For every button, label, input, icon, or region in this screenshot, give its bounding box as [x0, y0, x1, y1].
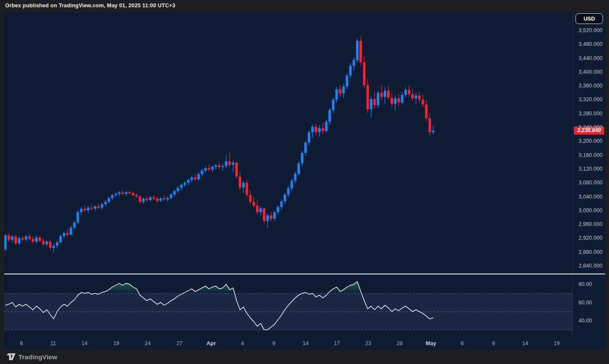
- publish-title: Orbex published on TradingView.com, May …: [5, 3, 176, 9]
- price-axis-label: 3,520.000: [579, 27, 603, 34]
- time-axis-label: 27: [176, 340, 182, 346]
- price-pane-canvas[interactable]: [4, 12, 573, 274]
- price-axis-label: 2,960.000: [579, 221, 603, 228]
- time-axis-label: 24: [145, 340, 151, 346]
- time-axis-label: 19: [113, 340, 119, 346]
- price-axis-label: 3,440.000: [579, 55, 603, 62]
- price-axis-label: 3,320.000: [579, 96, 603, 103]
- tradingview-chart-screenshot: Orbex published on TradingView.com, May …: [0, 0, 609, 364]
- tradingview-icon: [6, 353, 15, 361]
- top-bar: Orbex published on TradingView.com, May …: [0, 0, 609, 12]
- price-axis-label: 3,280.000: [579, 110, 603, 117]
- price-axis-label: 3,120.000: [579, 165, 603, 172]
- price-axis-label: 3,400.000: [579, 69, 603, 75]
- rsi-pane-canvas[interactable]: [4, 274, 573, 337]
- currency-button[interactable]: USD: [576, 13, 603, 24]
- price-axis-label: 2,920.000: [579, 235, 603, 241]
- tradingview-logo-link[interactable]: TradingView: [6, 353, 57, 361]
- price-axis-label: 3,240.000: [579, 124, 603, 131]
- rsi-axis-label: 60.00: [579, 299, 592, 306]
- time-axis-label: 6: [461, 340, 464, 346]
- time-axis-label: 28: [397, 340, 403, 346]
- time-axis-label: 14: [303, 340, 309, 346]
- time-axis-label: 9: [273, 340, 276, 346]
- price-axis-label: 3,040.000: [579, 193, 603, 200]
- time-axis-label: 9: [492, 340, 495, 346]
- time-axis[interactable]: 61114192427Apr4914172328May691419: [4, 337, 605, 349]
- time-axis-label: Apr: [206, 340, 216, 346]
- price-axis-label: 3,360.000: [579, 82, 603, 89]
- price-axis-label: 3,480.000: [579, 41, 603, 48]
- rsi-axis-label: 80.00: [579, 281, 592, 288]
- time-axis-label: 11: [51, 340, 56, 346]
- price-axis-label: 3,080.000: [579, 179, 603, 186]
- chart-frame: USD 3,230.840 3,520.0003,480.0003,440.00…: [4, 12, 605, 349]
- price-axis-label: 2,880.000: [579, 249, 603, 256]
- price-axis-label: 3,160.000: [579, 152, 603, 159]
- price-axis-label: 2,840.000: [579, 262, 603, 269]
- price-axis[interactable]: USD 3,230.840 3,520.0003,480.0003,440.00…: [573, 12, 606, 337]
- rsi-axis-label: 40.00: [579, 317, 592, 324]
- time-axis-label: 6: [20, 340, 23, 346]
- time-axis-label: 14: [522, 340, 528, 346]
- time-axis-label: 4: [241, 340, 244, 346]
- time-axis-label: 19: [554, 340, 560, 346]
- time-axis-label: 23: [365, 340, 371, 346]
- price-axis-label: 3,000.000: [579, 207, 603, 214]
- time-axis-label: May: [426, 340, 436, 346]
- tradingview-brand-text: TradingView: [18, 353, 57, 361]
- time-axis-label: 17: [334, 340, 340, 346]
- bottom-bar: TradingView: [0, 349, 609, 364]
- time-axis-label: 14: [82, 340, 88, 346]
- price-axis-label: 3,200.000: [579, 138, 603, 144]
